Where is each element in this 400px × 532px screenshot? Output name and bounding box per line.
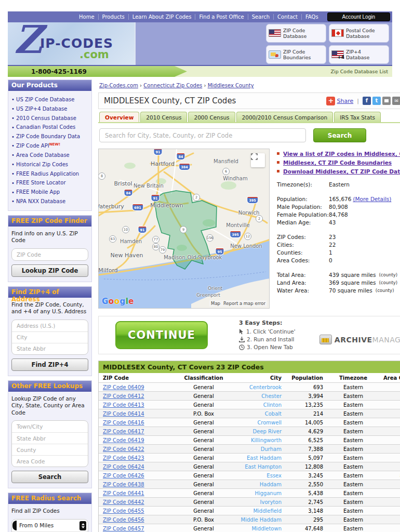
zip-code-database-list-link[interactable]: Zip Code Database List: [331, 69, 389, 74]
zip-code-database-button[interactable]: ZIP CodeDatabase: [266, 24, 326, 43]
product-link[interactable]: Canadian Postal Codes: [16, 125, 75, 130]
col-city: City: [232, 375, 286, 381]
city-link[interactable]: Cobalt: [265, 411, 282, 417]
zip-code-boundaries-button[interactable]: ZIP CodeBoundaries: [266, 45, 326, 64]
lookup-field[interactable]: [12, 455, 88, 467]
city-link[interactable]: Essex: [266, 473, 282, 478]
tab[interactable]: 2000 Census: [188, 112, 235, 122]
city-link[interactable]: Killingworth: [251, 437, 282, 443]
city-link[interactable]: Ivoryton: [260, 499, 282, 505]
top-nav-link[interactable]: Search: [248, 14, 273, 20]
zip-code-link[interactable]: ZIP Code 06438: [103, 482, 144, 487]
zip-code-link[interactable]: ZIP Code 06457: [103, 526, 144, 531]
select-stepper-icon[interactable]: [79, 521, 86, 530]
city-link[interactable]: Cromwell: [257, 420, 282, 425]
product-link[interactable]: Historical Zip Codes: [16, 162, 68, 167]
product-link[interactable]: Area Code Database: [16, 152, 70, 158]
postal-code-database-button[interactable]: Postal CodeDatabase: [329, 24, 389, 43]
facebook-icon[interactable]: f: [363, 97, 371, 105]
top-nav-link[interactable]: FAQs: [301, 14, 322, 20]
zip-code-link[interactable]: ZIP Code 06422: [103, 446, 144, 452]
product-link[interactable]: US ZIP Code Database: [16, 97, 74, 102]
top-nav-link[interactable]: Products: [98, 14, 128, 20]
county-info-link[interactable]: Middlesex, CT ZIP Code Boundaries: [283, 159, 392, 166]
top-nav-link[interactable]: Contact: [273, 14, 301, 20]
product-link[interactable]: ZIP Code Boundary Data: [16, 134, 80, 140]
county-map[interactable]: 9184384868491239569121091939512637715680…: [98, 149, 270, 309]
product-link[interactable]: FREE Mobile App: [16, 190, 60, 195]
zip-code-link[interactable]: ZIP Code 06412: [103, 393, 144, 399]
more-details-link[interactable]: (More Details): [353, 195, 391, 203]
report-map-error-link[interactable]: Report a map error: [223, 301, 265, 306]
city-link[interactable]: Middletown: [251, 526, 282, 531]
top-nav-link[interactable]: Learn About ZIP Codes: [128, 14, 195, 20]
tab[interactable]: 2010 Census: [140, 112, 187, 122]
lookup-field[interactable]: [12, 444, 88, 455]
breadcrumb-link[interactable]: Zip-Codes.com: [99, 83, 138, 88]
zip-code-link[interactable]: ZIP Code 06409: [103, 384, 144, 390]
zip-code-link[interactable]: ZIP Code 06414: [103, 411, 144, 417]
city-link[interactable]: Deep River: [253, 429, 282, 434]
zip-code-link[interactable]: ZIP Code 06424: [103, 464, 144, 470]
zip-code-input[interactable]: [12, 249, 88, 260]
share-link[interactable]: Share: [337, 98, 353, 104]
lookup-field[interactable]: [12, 421, 88, 432]
zip4-field[interactable]: [12, 320, 88, 331]
zip-code-link[interactable]: ZIP Code 06455: [103, 508, 144, 514]
city-link[interactable]: Clinton: [263, 402, 282, 408]
product-link[interactable]: ZIP Code API: [16, 143, 49, 149]
product-link[interactable]: FREE Radius Application: [16, 171, 79, 177]
zip-code-link[interactable]: ZIP Code 06456: [103, 517, 144, 523]
share-plus-icon[interactable]: +: [326, 97, 335, 105]
twitter-icon[interactable]: t: [372, 97, 381, 105]
zip-code-link[interactable]: ZIP Code 06441: [103, 490, 144, 496]
ad-continue-button[interactable]: CONTINUE: [115, 321, 208, 349]
top-nav-link[interactable]: Home: [75, 14, 98, 20]
city-link[interactable]: East Hampton: [245, 464, 282, 470]
zip-code-link[interactable]: ZIP Code 06423: [103, 455, 144, 461]
lookup-zip-code-button[interactable]: Lookup ZIP Code: [11, 264, 88, 277]
city-link[interactable]: Higganum: [255, 490, 282, 496]
search-button[interactable]: Search: [313, 128, 366, 142]
print-icon[interactable]: [382, 97, 391, 105]
zip4-field[interactable]: [12, 343, 88, 354]
zip-code-link[interactable]: ZIP Code 06419: [103, 437, 144, 443]
breadcrumb-link[interactable]: Connecticut Zip Codes: [143, 83, 202, 88]
zip-code-link[interactable]: ZIP Code 06426: [103, 473, 144, 478]
city-link[interactable]: Chester: [261, 393, 282, 399]
breadcrumb-link[interactable]: Middlesex County: [208, 83, 254, 88]
tab[interactable]: IRS Tax Stats: [334, 112, 381, 122]
city-link[interactable]: Haddam: [260, 482, 282, 487]
city-link[interactable]: East Haddam: [247, 455, 282, 461]
map-city-label: New Britain: [134, 183, 164, 189]
county-info-link[interactable]: View a list of ZIP codes in Middlesex, C…: [283, 151, 400, 157]
city-link[interactable]: Durham: [261, 446, 282, 452]
zip-code-link[interactable]: ZIP Code 06417: [103, 429, 144, 434]
city-link[interactable]: Middlefield: [253, 508, 282, 514]
account-login-button[interactable]: Account Login: [327, 12, 390, 21]
search-input[interactable]: [99, 128, 306, 142]
product-link[interactable]: NPA NXX Database: [16, 198, 65, 204]
tab[interactable]: Overview: [99, 112, 139, 122]
table-banner: MIDDLESEX County, CT Covers 23 ZIP Codes: [99, 361, 400, 373]
map-fullscreen-button[interactable]: [251, 153, 265, 167]
product-link[interactable]: FREE Store Locator: [16, 180, 65, 186]
email-icon[interactable]: ✉: [392, 97, 400, 105]
site-logo[interactable]: Z IP-CODES .com: [8, 22, 136, 65]
lookup-field[interactable]: [12, 432, 88, 444]
top-nav-link[interactable]: Find a Post Office: [195, 14, 247, 20]
tab[interactable]: 2000/2010 Census Comparison: [236, 112, 334, 122]
zip-code-link[interactable]: ZIP Code 06416: [103, 420, 144, 425]
county-info-link[interactable]: Download Middlesex, CT ZIP Code Database: [283, 168, 400, 175]
zip4-database-button[interactable]: +4 ZIP+4Database: [329, 45, 389, 64]
radius-from-select[interactable]: From 0 Miles: [12, 520, 88, 532]
find-zip4-button[interactable]: Find ZIP+4: [11, 358, 88, 371]
zip4-field[interactable]: [12, 331, 88, 343]
city-link[interactable]: Middle Haddam: [241, 517, 282, 523]
zip-code-link[interactable]: ZIP Code 06413: [103, 402, 144, 408]
product-link[interactable]: 2010 Census Database: [16, 115, 76, 121]
lookup-search-button[interactable]: Search: [11, 471, 88, 483]
zip-code-link[interactable]: ZIP Code 06442: [103, 499, 144, 505]
product-link[interactable]: US ZIP+4 Database: [16, 106, 67, 112]
city-link[interactable]: Centerbrook: [249, 384, 282, 390]
